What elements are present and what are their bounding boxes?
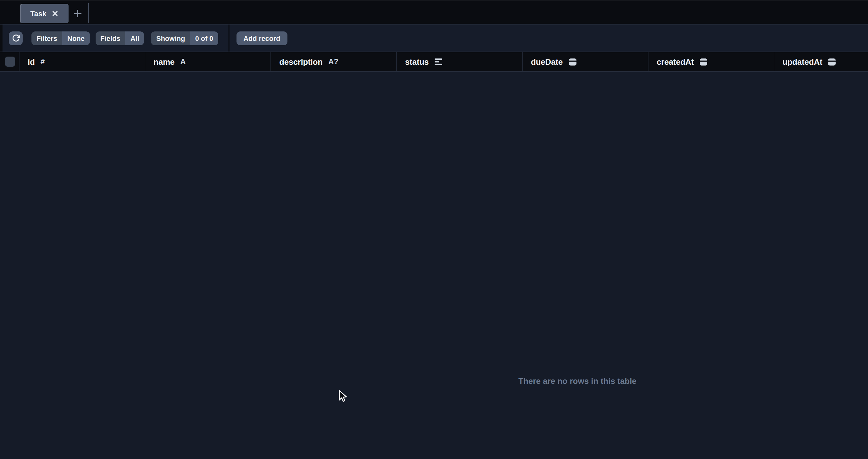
column-label: status <box>405 57 429 66</box>
nullable-text-type-icon: A? <box>328 57 338 66</box>
column-label: id <box>28 57 35 66</box>
enum-type-icon <box>434 58 442 65</box>
select-all-cell <box>0 52 20 71</box>
calendar-icon <box>828 58 836 66</box>
refresh-button[interactable] <box>9 31 23 45</box>
filters-button[interactable]: Filters None <box>31 31 90 45</box>
prisma-studio-app: Task Filters None F <box>0 0 868 459</box>
column-label: name <box>153 57 175 66</box>
filters-value-badge: None <box>62 31 90 45</box>
tab-bar: Task <box>0 0 868 25</box>
toolbar-divider <box>228 25 229 52</box>
tab-task-label: Task <box>30 10 46 17</box>
column-label: dueDate <box>531 57 563 66</box>
fields-label: Fields <box>95 31 125 45</box>
fields-value-badge: All <box>125 31 144 45</box>
add-record-button[interactable]: Add record <box>237 31 287 45</box>
empty-table-message: There are no rows in this table <box>518 376 637 386</box>
column-header-status[interactable]: status <box>397 52 523 71</box>
text-type-icon: A <box>180 57 186 66</box>
showing-button[interactable]: Showing 0 of 0 <box>151 31 218 45</box>
showing-label: Showing <box>151 31 190 45</box>
showing-count-badge: 0 of 0 <box>190 31 218 45</box>
plus-icon <box>73 9 82 17</box>
table-header: id # name A description A? status dueDat… <box>0 52 868 72</box>
number-type-icon: # <box>40 57 45 66</box>
table-body[interactable] <box>0 72 868 459</box>
close-tab-icon[interactable] <box>52 11 58 17</box>
column-label: updatedAt <box>782 57 823 66</box>
new-tab-button[interactable] <box>70 6 85 21</box>
column-header-name[interactable]: name A <box>145 52 271 71</box>
column-header-description[interactable]: description A? <box>271 52 397 71</box>
refresh-icon <box>12 34 20 42</box>
fields-button[interactable]: Fields All <box>95 31 144 45</box>
filters-label: Filters <box>31 31 62 45</box>
tab-task[interactable]: Task <box>20 4 68 23</box>
toolbar-left-edge <box>0 25 2 52</box>
toolbar: Filters None Fields All Showing 0 of 0 A… <box>0 25 868 52</box>
column-header-dueDate[interactable]: dueDate <box>523 52 649 71</box>
column-label: description <box>279 57 323 66</box>
calendar-icon <box>568 58 577 66</box>
column-header-updatedAt[interactable]: updatedAt <box>774 52 868 71</box>
column-header-id[interactable]: id # <box>20 52 145 71</box>
select-all-checkbox[interactable] <box>5 57 15 67</box>
column-header-createdAt[interactable]: createdAt <box>649 52 774 71</box>
tab-bar-divider <box>88 3 88 23</box>
calendar-icon <box>700 58 708 66</box>
column-label: createdAt <box>657 57 694 66</box>
